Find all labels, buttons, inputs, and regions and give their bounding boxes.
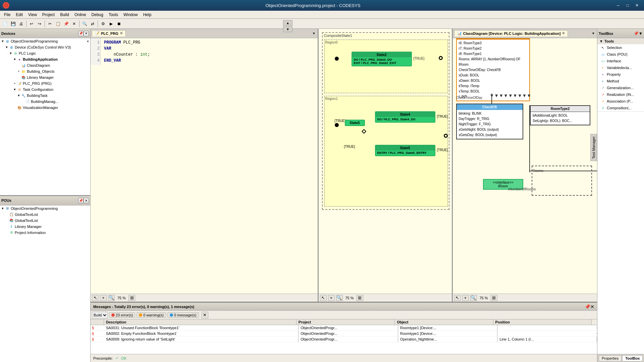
pous-libmgr[interactable]: 📚 GlobalTextList [0, 218, 90, 224]
tab-close-btn2[interactable]: ✕ [562, 31, 565, 36]
diag-zoom-in[interactable]: + [462, 295, 469, 301]
devices-pin[interactable]: 📌 [78, 31, 84, 36]
sfc-cursor-tool[interactable]: ↖ [320, 295, 327, 301]
cut-button[interactable]: ✂ [46, 20, 54, 27]
menu-tools[interactable]: Tools [106, 12, 121, 18]
state4-box[interactable]: State4 DO / PLC_PRG_State4_DO [375, 111, 435, 123]
pous-close[interactable]: ✕ [84, 198, 89, 203]
class-diagram-content[interactable]: r6: RoomType3 r7: RoomType2 r8: RoomType… [453, 38, 597, 294]
msg-row-1[interactable]: § SA0031: Unused FunctionBlock 'Roomtype… [91, 325, 597, 331]
pous-projectsettings[interactable]: ⚙ Project Information [0, 230, 90, 236]
build-dropdown[interactable]: Build [92, 312, 108, 318]
code-content[interactable]: 1234 PROGRAM PLC_PRG VAR nCounter : int;… [91, 38, 318, 294]
expand-icon[interactable]: ▼ [1, 207, 5, 210]
properties-tab[interactable]: Properties [599, 355, 622, 361]
classdiagram-tab[interactable]: 📊 ClassDiagram [Device: PLC Logic: Build… [454, 30, 568, 37]
warnings-filter[interactable]: 0 warning(s) [137, 312, 166, 318]
menu-edit[interactable]: Edit [13, 12, 25, 18]
msg-row-3[interactable]: § SA0009: Ignoring return value of 'SetL… [91, 337, 597, 342]
checkfb-box[interactable]: CheckFB blinking: BLINK DayTrigger: R_TR… [456, 104, 523, 139]
test-manager-tab[interactable]: Test Manager [590, 134, 597, 161]
zoom-in-btn[interactable]: + [100, 295, 107, 301]
tree-buildingtask[interactable]: ▼ 🔧 BuildingTask [0, 93, 90, 99]
diag-cursor-tool[interactable]: ↖ [454, 295, 461, 301]
realization-tool[interactable]: ↗ Realization (IN... [597, 91, 644, 98]
tree-root[interactable]: ▼ 🖥 ObjectOrientedProgramming ▼ [0, 38, 90, 44]
selection-tool[interactable]: ↖ Selection [597, 44, 644, 51]
pous-pin[interactable]: 📌 [78, 198, 84, 203]
menu-window[interactable]: Window [121, 12, 141, 18]
build-button[interactable]: ⚙ [99, 20, 107, 27]
msg-pin-btn[interactable]: 📌 [585, 304, 590, 309]
expand-icon[interactable]: ▼ [13, 58, 17, 61]
menu-online[interactable]: Online [72, 12, 89, 18]
plcprg-tab[interactable]: 📝 PLC_PRG ✕ [92, 30, 126, 37]
tree-device[interactable]: ▼ 🖥 Device (CoDeSys Control Win V3) [0, 44, 90, 50]
toolbox-tab[interactable]: ToolBox [622, 355, 643, 361]
code-text[interactable]: PROGRAM PLC_PRG VAR nCounter : int; END_… [103, 38, 151, 294]
expand-icon[interactable]: ▼ [17, 94, 21, 97]
composition-tool[interactable]: ↗ Composition(... [597, 105, 644, 111]
method-tool[interactable]: + Method [597, 78, 644, 84]
tree-buildingapp[interactable]: ▼ ● BuildingApplication [0, 56, 90, 62]
fit-btn[interactable]: ⊞ [128, 295, 135, 301]
errors-filter[interactable]: 23 error(s) [109, 312, 135, 318]
pous-root[interactable]: ▼ 🖥 ObjectOrientedProgramming [0, 205, 90, 212]
messages-filter[interactable]: 0 message(s) [167, 312, 199, 318]
redo-button[interactable]: ↪ [36, 20, 43, 27]
replace-button[interactable]: ⇄ [89, 20, 96, 27]
tools-section-header[interactable]: ▼ Tools [597, 38, 644, 44]
menu-file[interactable]: File [1, 12, 13, 18]
menu-help[interactable]: Help [141, 12, 154, 18]
tree-classdiagram[interactable]: 📊 ClassDiagram [0, 62, 90, 68]
tree-libmgr[interactable]: 📚 Library Manager [0, 74, 90, 80]
state2-box[interactable]: State2 DO / PLC_PRG_State2_DO EXIT / PLC… [352, 52, 412, 66]
association-tool[interactable]: ↗ Association (P... [597, 98, 644, 105]
cursor-tool[interactable]: ↖ [92, 295, 99, 301]
maximize-button[interactable]: □ [623, 2, 632, 9]
expand-icon[interactable]: ▼ [13, 88, 17, 91]
class-pou-tool[interactable]: ▭ Class (POU) [597, 51, 644, 58]
toolbox-pin[interactable]: 📌 [634, 31, 639, 36]
expand-icon[interactable]: ▼ [9, 52, 13, 55]
diag-zoom-fit[interactable]: 🔍 [470, 295, 477, 301]
generalization-tool[interactable]: ↗ Generalization... [597, 84, 644, 91]
new-button[interactable]: 📄 [1, 20, 9, 27]
sfc-zoom-fit[interactable]: 🔍 [336, 295, 343, 301]
tree-plcprg[interactable]: + 📝 PLC_PRG (PRG) [0, 80, 90, 86]
toolbox-settings[interactable]: ▼ [639, 31, 643, 36]
undo-button[interactable]: ↩ [28, 20, 35, 27]
find-button[interactable]: 🔍 [81, 20, 88, 27]
devices-close[interactable]: ✕ [84, 31, 89, 36]
minimize-button[interactable]: ─ [614, 2, 623, 9]
state6-box[interactable]: State5 ENTRY / PLC_PRG_State5_ENTRY [375, 145, 435, 156]
tab-close-btn[interactable]: ✕ [120, 31, 123, 36]
clear-messages-btn[interactable]: ✕ [202, 312, 208, 318]
expand-icon[interactable]: + [17, 70, 21, 73]
diagram-tab-dropdown[interactable]: ▾ [591, 31, 596, 36]
tree-taskconfig[interactable]: ▼ ⚙ Task Configuration [0, 86, 90, 93]
menu-debug[interactable]: Debug [89, 12, 106, 18]
pous-globaltextlist[interactable]: 📋 GlobalTextList [0, 212, 90, 218]
variabledecl-tool[interactable]: + Variabledecla... [597, 64, 644, 71]
menu-project[interactable]: Project [40, 12, 57, 18]
menu-view[interactable]: View [25, 12, 40, 18]
stop-button[interactable]: ⏹ [115, 20, 123, 27]
state5-box[interactable]: State5 [345, 120, 365, 126]
tab-dropdown[interactable]: ▾ [312, 31, 316, 36]
tree-buildingmanag[interactable]: 📄 BuildingManag... [0, 99, 90, 105]
print-button[interactable]: 🖨 [17, 20, 25, 27]
tree-vizmgr[interactable]: 🎨 VisualizationManager [0, 105, 90, 111]
roomtype2-box[interactable]: RoomType2 bAdditionalLight: BOOL SetLigh… [530, 105, 590, 125]
property-tool[interactable]: + Property [597, 71, 644, 78]
expand-icon[interactable]: ▼ [1, 40, 5, 43]
diag-fit-btn[interactable]: ⊞ [491, 295, 497, 301]
paste-button[interactable]: 📌 [62, 20, 70, 27]
tree-plclogic[interactable]: ▼ ⚙ PLC Logic [0, 50, 90, 56]
menu-build[interactable]: Build [57, 12, 72, 18]
expand-icon[interactable]: ▼ [5, 46, 9, 49]
yellow-class-box[interactable]: r6: RoomType3 r7: RoomType2 r8: RoomType… [456, 38, 530, 101]
sfc-zoom-in[interactable]: + [328, 295, 335, 301]
zoom-out-btn[interactable]: 🔍 [108, 295, 115, 301]
copy-button[interactable]: 📋 [54, 20, 62, 27]
